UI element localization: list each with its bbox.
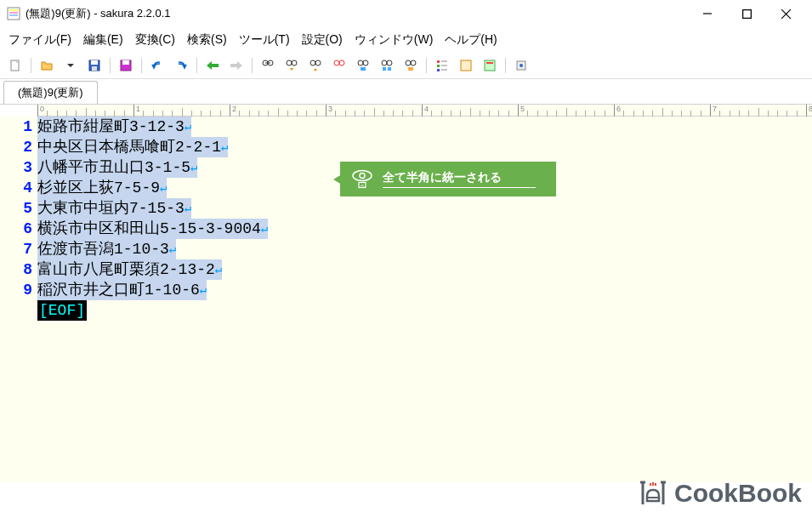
tab-strip: (無題)9(更新) bbox=[0, 79, 812, 105]
type-icon[interactable] bbox=[456, 56, 476, 75]
toolbar bbox=[0, 53, 812, 79]
text-line[interactable]: 富山市八尾町栗須2-13-2↵ bbox=[37, 259, 812, 280]
menu-help[interactable]: ヘルプ(H) bbox=[440, 29, 502, 51]
svg-point-45 bbox=[360, 173, 365, 178]
line-text: 佐渡市吾潟1-10-3 bbox=[37, 239, 169, 259]
menu-setting[interactable]: 設定(O) bbox=[297, 29, 348, 51]
watermark: CookBook bbox=[639, 479, 802, 508]
search-prev-icon[interactable] bbox=[305, 56, 326, 75]
record-icon[interactable] bbox=[511, 56, 531, 75]
line-text: 中央区日本橋馬喰町2-2-1 bbox=[37, 137, 221, 157]
minimize-button[interactable] bbox=[688, 0, 727, 27]
svg-point-30 bbox=[406, 60, 411, 65]
arrow-left-icon[interactable] bbox=[202, 56, 223, 75]
crlf-icon: ↵ bbox=[221, 137, 228, 157]
separator bbox=[196, 58, 197, 73]
menu-window[interactable]: ウィンドウ(W) bbox=[349, 29, 439, 51]
settings-icon[interactable] bbox=[480, 56, 500, 75]
annotation-callout: 全て半角に統一される bbox=[340, 162, 556, 196]
svg-rect-34 bbox=[437, 65, 440, 67]
replace-icon[interactable] bbox=[329, 56, 349, 75]
close-button[interactable] bbox=[766, 0, 805, 27]
svg-rect-3 bbox=[9, 14, 18, 16]
menu-tool[interactable]: ツール(T) bbox=[234, 29, 295, 51]
line-text: 大東市中垣内7-15-3 bbox=[37, 198, 185, 219]
line-number-gutter: 123456789 bbox=[0, 117, 37, 321]
crlf-icon: ↵ bbox=[185, 198, 191, 219]
line-text: 八幡平市丑山口3-1-5 bbox=[37, 157, 190, 178]
svg-rect-11 bbox=[92, 66, 97, 71]
svg-rect-5 bbox=[742, 9, 751, 18]
separator bbox=[426, 58, 427, 73]
svg-point-21 bbox=[334, 60, 339, 65]
crlf-icon: ↵ bbox=[169, 239, 176, 259]
line-text: 横浜市中区和田山5-15-3-9004 bbox=[37, 219, 261, 239]
crlf-icon: ↵ bbox=[200, 280, 207, 300]
separator bbox=[252, 58, 253, 73]
mark-next-icon[interactable] bbox=[377, 56, 397, 75]
save-all-icon[interactable] bbox=[116, 56, 136, 75]
new-file-icon[interactable] bbox=[5, 56, 26, 75]
svg-point-27 bbox=[387, 60, 392, 65]
menu-search[interactable]: 検索(S) bbox=[182, 29, 232, 51]
text-line[interactable]: 稲沢市井之口町1-10-6↵ bbox=[37, 280, 812, 300]
redo-icon[interactable] bbox=[171, 56, 191, 75]
crlf-icon: ↵ bbox=[215, 259, 222, 280]
open-file-icon[interactable] bbox=[37, 56, 57, 75]
svg-rect-2 bbox=[9, 12, 18, 14]
save-icon[interactable] bbox=[84, 56, 105, 75]
menu-bar: ファイル(F) 編集(E) 変換(C) 検索(S) ツール(T) 設定(O) ウ… bbox=[0, 27, 812, 53]
svg-rect-35 bbox=[437, 69, 440, 71]
text-line[interactable]: 大東市中垣内7-15-3↵ bbox=[37, 198, 812, 219]
text-line[interactable]: 姫路市紺屋町3-12-3↵ bbox=[37, 117, 812, 137]
svg-rect-25 bbox=[361, 67, 366, 71]
arrow-right-icon[interactable] bbox=[226, 56, 247, 75]
line-text: 姫路市紺屋町3-12-3 bbox=[37, 117, 185, 137]
search-icon[interactable] bbox=[258, 56, 278, 75]
svg-point-24 bbox=[363, 60, 368, 65]
dropdown-icon[interactable] bbox=[60, 56, 81, 75]
text-line[interactable]: 中央区日本橋馬喰町2-2-1↵ bbox=[37, 137, 812, 157]
eye-icon bbox=[350, 166, 374, 192]
svg-point-43 bbox=[520, 64, 523, 67]
line-text: 稲沢市井之口町1-10-6 bbox=[37, 280, 200, 300]
crlf-icon: ↵ bbox=[190, 157, 197, 178]
line-text: 杉並区上荻7-5-9 bbox=[37, 178, 160, 198]
editor-content[interactable]: 姫路市紺屋町3-12-3↵中央区日本橋馬喰町2-2-1↵八幡平市丑山口3-1-5… bbox=[37, 117, 812, 321]
watermark-text: CookBook bbox=[674, 479, 802, 508]
svg-point-26 bbox=[382, 60, 387, 65]
outline-icon[interactable] bbox=[432, 56, 452, 75]
svg-point-44 bbox=[353, 170, 372, 180]
crlf-icon: ↵ bbox=[160, 178, 167, 198]
menu-file[interactable]: ファイル(F) bbox=[3, 29, 77, 51]
svg-rect-28 bbox=[383, 67, 386, 71]
text-line[interactable]: 横浜市中区和田山5-15-3-9004↵ bbox=[37, 219, 812, 239]
undo-icon[interactable] bbox=[147, 56, 168, 75]
annotation-text: 全て半角に統一される bbox=[383, 170, 536, 188]
svg-point-19 bbox=[310, 60, 315, 65]
document-tab[interactable]: (無題)9(更新) bbox=[3, 81, 98, 104]
menu-edit[interactable]: 編集(E) bbox=[78, 29, 128, 51]
svg-point-23 bbox=[358, 60, 363, 65]
separator bbox=[141, 58, 142, 73]
cookbook-icon bbox=[639, 479, 667, 508]
svg-rect-41 bbox=[486, 62, 493, 64]
line-number: 9 bbox=[0, 280, 32, 300]
maximize-button[interactable] bbox=[727, 0, 766, 27]
line-number: 5 bbox=[0, 198, 32, 219]
mark-icon[interactable] bbox=[353, 56, 373, 75]
grep-icon[interactable] bbox=[400, 56, 421, 75]
line-number: 2 bbox=[0, 137, 32, 157]
text-line[interactable]: 佐渡市吾潟1-10-3↵ bbox=[37, 239, 812, 259]
line-number: 3 bbox=[0, 157, 32, 178]
search-next-icon[interactable] bbox=[281, 56, 302, 75]
svg-rect-33 bbox=[437, 60, 440, 63]
separator bbox=[31, 58, 31, 73]
window-title: (無題)9(更新) - sakura 2.2.0.1 bbox=[26, 6, 688, 21]
menu-convert[interactable]: 変換(C) bbox=[130, 29, 180, 51]
ruler: 012345678 bbox=[37, 105, 812, 117]
svg-point-20 bbox=[315, 60, 321, 65]
svg-rect-10 bbox=[91, 60, 98, 65]
title-bar: (無題)9(更新) - sakura 2.2.0.1 bbox=[0, 0, 812, 27]
svg-rect-13 bbox=[122, 60, 129, 65]
